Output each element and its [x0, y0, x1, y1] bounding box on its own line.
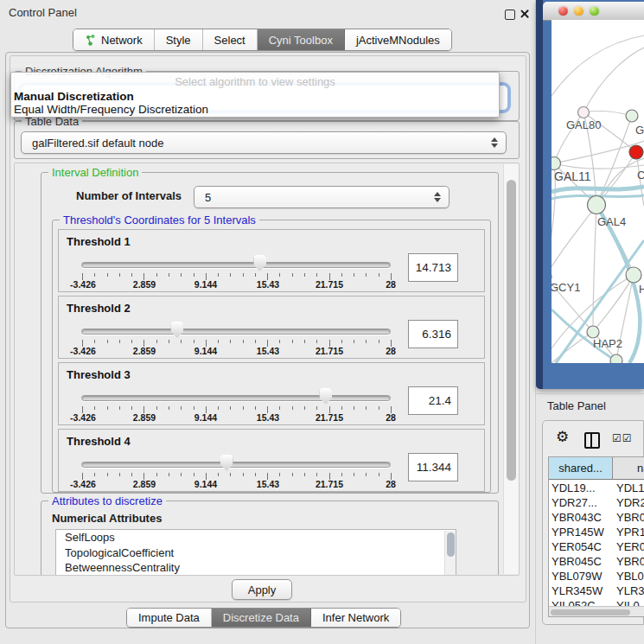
node-partial[interactable]: [610, 354, 622, 363]
group-title: Interval Definition: [48, 166, 142, 179]
threshold-value-field[interactable]: 11.344: [408, 453, 458, 481]
gear-icon[interactable]: ⚙: [556, 430, 569, 444]
list-item[interactable]: BetweennessCentrality: [56, 560, 456, 576]
network-window-titlebar[interactable]: [543, 2, 644, 21]
tab-impute-data[interactable]: Impute Data: [127, 609, 212, 627]
node-g[interactable]: [626, 110, 638, 122]
apply-button[interactable]: Apply: [232, 579, 292, 600]
threshold-1-panel: Threshold 1 -3.426 2.859 9.144 15.43 21.…: [58, 229, 485, 292]
float-window-icon[interactable]: [505, 10, 515, 20]
combo-placeholder: Select algorithm to view settings: [11, 75, 499, 88]
list-item[interactable]: SelfLoops: [56, 530, 456, 545]
tab-label: Network: [101, 34, 143, 47]
network-icon: [85, 34, 96, 46]
tab-discretize-data[interactable]: Discretize Data: [212, 609, 311, 627]
top-tab-bar: Network Style Select Cyni Toolbox jActiv…: [73, 29, 452, 51]
window-frame: [536, 0, 543, 389]
column-header-name[interactable]: na: [613, 457, 644, 480]
thresholds-group: Threshold's Coordinates for 5 Intervals …: [52, 220, 491, 493]
tab-label: Impute Data: [138, 611, 200, 624]
combo-arrows-icon: [491, 137, 498, 148]
node-h[interactable]: [626, 267, 641, 283]
group-title: Threshold's Coordinates for 5 Intervals: [60, 214, 259, 226]
scrollbar-track[interactable]: [503, 164, 520, 574]
close-traffic-light-icon[interactable]: [558, 6, 568, 16]
threshold-3-panel: Threshold 3 -3.426 2.859 9.144 15.43 21.…: [58, 362, 485, 425]
node-hap2[interactable]: [587, 326, 599, 338]
tab-label: jActiveMNodules: [356, 34, 440, 47]
close-icon[interactable]: [520, 9, 530, 19]
tab-cyni-toolbox[interactable]: Cyni Toolbox: [258, 29, 345, 50]
group-title: Attributes to discretize: [48, 494, 166, 507]
settings-scroll-area: Interval Definition Number of Intervals …: [14, 163, 520, 576]
bottom-tab-bar: Impute Data Discretize Data Infer Networ…: [126, 608, 401, 628]
node-gal11[interactable]: [552, 157, 561, 170]
table-row[interactable]: YBR043CYBR0: [549, 510, 644, 525]
attributes-group: Attributes to discretize Numerical Attri…: [41, 501, 499, 576]
node-red-selected[interactable]: [629, 145, 643, 159]
table-row[interactable]: YDR27...YDR2: [549, 495, 644, 510]
tab-label: Infer Network: [322, 611, 389, 624]
list-scrollbar[interactable]: [444, 531, 456, 576]
column-header-shared[interactable]: shared...: [549, 457, 613, 480]
tab-jactivemnodules[interactable]: jActiveMNodules: [345, 29, 451, 50]
attributes-list: SelfLoops TopologicalCoefficient Between…: [55, 529, 456, 576]
horizontal-scrollbar[interactable]: [549, 606, 644, 617]
tab-label: Select: [214, 34, 245, 47]
network-canvas[interactable]: GAL80 G. GAL11 C GAL4 GCY1 H HAP2: [552, 20, 644, 363]
tab-infer-network[interactable]: Infer Network: [311, 609, 400, 627]
num-intervals-value: 5: [205, 191, 211, 204]
dropdown-option-manual[interactable]: Manual Discretization: [14, 90, 134, 103]
table-panel: ⚙ ☑☑ shared... na YDL19...YDL1 YDR27...Y…: [542, 420, 644, 625]
split-columns-icon[interactable]: [584, 432, 600, 449]
table-row[interactable]: YBL079WYBL0: [549, 569, 644, 583]
numerical-attributes-label: Numerical Attributes: [52, 512, 162, 525]
node-gal4[interactable]: [588, 196, 606, 214]
table-row[interactable]: YPR145WYPR1: [549, 525, 644, 539]
tab-label: Discretize Data: [223, 611, 299, 624]
table-data-value: galFiltered.sif default node: [32, 137, 163, 150]
scrollbar-thumb[interactable]: [507, 180, 516, 481]
tab-network[interactable]: Network: [73, 29, 155, 50]
node-gal80[interactable]: [578, 107, 590, 118]
algorithm-dropdown: Select algorithm to view settings Manual…: [10, 72, 500, 118]
tab-select[interactable]: Select: [203, 29, 258, 50]
control-panel-window: Control Panel Network Style Select Cyni …: [0, 0, 536, 644]
interval-definition-group: Interval Definition Number of Intervals …: [41, 172, 499, 494]
window-title: Control Panel: [9, 6, 77, 19]
table-data-combo[interactable]: galFiltered.sif default node: [21, 131, 507, 154]
table-row[interactable]: YDL19...YDL1: [549, 481, 644, 495]
zoom-traffic-light-icon[interactable]: [590, 6, 599, 16]
table-panel-title: Table Panel: [547, 399, 606, 412]
num-intervals-label: Number of Intervals: [76, 189, 182, 202]
network-graph: [552, 20, 644, 363]
tab-label: Style: [166, 34, 191, 47]
tab-style[interactable]: Style: [155, 29, 203, 50]
spinner-arrows-icon: [434, 192, 441, 202]
minimize-traffic-light-icon[interactable]: [574, 6, 583, 16]
threshold-value-field[interactable]: 14.713: [408, 253, 458, 282]
checkbox-columns-icon[interactable]: ☑☑: [612, 432, 633, 444]
table-row[interactable]: YER054CYER0: [549, 539, 644, 554]
screen: Control Panel Network Style Select Cyni …: [0, 0, 644, 644]
threshold-value-field[interactable]: 21.4: [408, 386, 458, 415]
threshold-4-panel: Threshold 4 -3.426 2.859 9.144 15.43 21.…: [58, 429, 485, 492]
table-row[interactable]: YLR345WYLR3: [549, 583, 644, 598]
table-row[interactable]: YBR045CYBR0: [549, 554, 644, 569]
scrollbar-thumb[interactable]: [551, 609, 630, 615]
num-intervals-spinner[interactable]: 5: [194, 186, 450, 208]
threshold-2-panel: Threshold 2 -3.426 2.859 9.144 15.43 21.…: [58, 296, 485, 359]
threshold-value-field[interactable]: 6.316: [408, 320, 458, 348]
node-table: shared... na YDL19...YDL1 YDR27...YDR2 Y…: [548, 456, 644, 617]
dropdown-option-equal-width[interactable]: Equal Width/Frequency Discretization: [14, 103, 208, 116]
table-panel-titlebar: Table Panel: [536, 393, 644, 417]
list-item[interactable]: TopologicalCoefficient: [56, 545, 456, 561]
network-view-window: GAL80 G. GAL11 C GAL4 GCY1 H HAP2: [536, 0, 644, 389]
tab-label: Cyni Toolbox: [269, 34, 333, 47]
